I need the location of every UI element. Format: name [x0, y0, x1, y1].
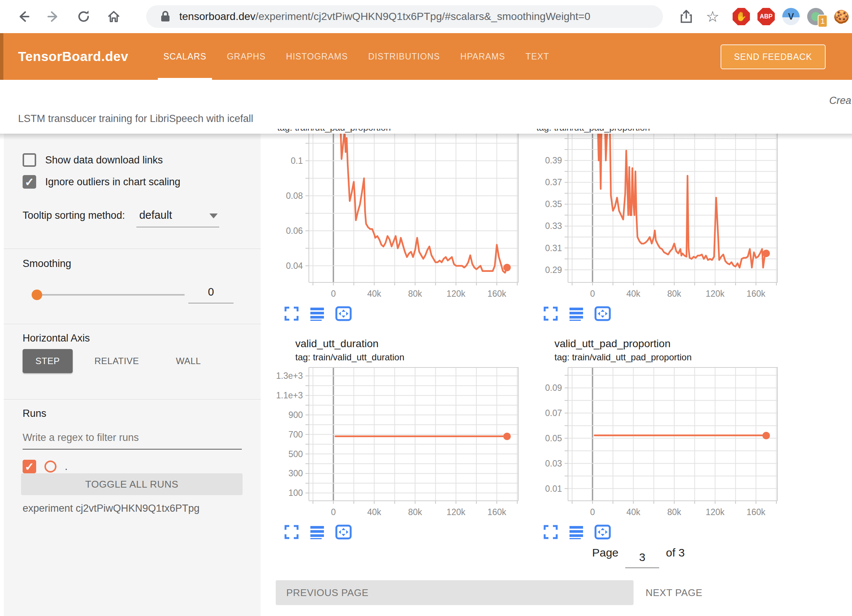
fit-domain-icon[interactable] — [594, 306, 611, 321]
svg-text:120k: 120k — [706, 507, 725, 517]
axis-wall-button[interactable]: WALL — [163, 349, 214, 373]
chart-plot[interactable]: 0.040.060.080.1040k80k120k160k — [261, 134, 520, 302]
tab-hparams[interactable]: HPARAMS — [450, 33, 515, 80]
svg-text:40k: 40k — [626, 289, 641, 299]
send-feedback-button[interactable]: SEND FEEDBACK — [721, 44, 826, 69]
run-color-swatch[interactable] — [44, 460, 56, 473]
toggle-all-runs-button[interactable]: TOGGLE ALL RUNS — [21, 473, 243, 495]
tooltip-sorting-label: Tooltip sorting method: — [23, 210, 125, 221]
runs-filter-input[interactable]: Write a regex to filter runs — [23, 432, 242, 450]
ignore-outliers-checkbox[interactable]: ✓ — [23, 175, 36, 189]
svg-text:40k: 40k — [367, 289, 382, 299]
svg-text:80k: 80k — [408, 289, 423, 299]
tab-histograms[interactable]: HISTOGRAMS — [276, 33, 358, 80]
svg-text:0.04: 0.04 — [286, 261, 303, 271]
chevron-down-icon — [209, 213, 218, 218]
chart-tag: tag: train/valid_utt_duration — [295, 352, 520, 363]
divider — [4, 249, 261, 249]
home-icon[interactable] — [104, 7, 124, 26]
svg-text:160k: 160k — [747, 507, 765, 517]
svg-text:100: 100 — [289, 488, 303, 498]
svg-text:160k: 160k — [487, 289, 506, 299]
y-axis-toggle-icon[interactable] — [310, 306, 325, 321]
show-download-links-label: Show data download links — [45, 154, 163, 166]
fit-domain-icon[interactable] — [335, 525, 352, 540]
svg-text:0.01: 0.01 — [545, 484, 562, 494]
svg-text:120k: 120k — [447, 507, 466, 517]
fit-domain-icon[interactable] — [335, 306, 352, 321]
lock-icon — [160, 10, 171, 23]
tab-graphs[interactable]: GRAPHS — [217, 33, 276, 80]
show-download-links-row[interactable]: Show data download links — [23, 153, 163, 167]
extension-cookie-icon[interactable]: 🍪 — [832, 8, 850, 26]
smoothing-slider-track[interactable] — [37, 294, 185, 296]
previous-page-button[interactable]: PREVIOUS PAGE — [276, 580, 634, 605]
svg-text:0.08: 0.08 — [286, 191, 303, 201]
y-axis-toggle-icon[interactable] — [310, 525, 325, 540]
svg-text:0.06: 0.06 — [286, 226, 303, 236]
address-bar[interactable]: tensorboard.dev/experiment/cj2vtPiwQHKN9… — [146, 5, 663, 28]
run-checkbox[interactable]: ✓ — [23, 460, 36, 473]
share-icon[interactable] — [676, 7, 696, 26]
svg-text:0.37: 0.37 — [545, 177, 562, 187]
bookmark-star-icon[interactable]: ☆ — [703, 7, 722, 26]
svg-text:0: 0 — [590, 507, 595, 517]
forward-icon[interactable] — [44, 7, 63, 26]
svg-text:0.31: 0.31 — [545, 243, 562, 253]
tab-scalars[interactable]: SCALARS — [153, 33, 217, 80]
svg-text:0.35: 0.35 — [545, 199, 562, 209]
page-buttons: PREVIOUS PAGE NEXT PAGE — [261, 580, 852, 607]
chart-title: valid_utt_duration — [295, 338, 520, 350]
fullscreen-icon[interactable] — [284, 525, 299, 540]
axis-relative-button[interactable]: RELATIVE — [82, 349, 152, 373]
scalar-chart-card: valid_utt_pad_proportion tag: train/vali… — [520, 332, 779, 540]
fullscreen-icon[interactable] — [543, 306, 558, 321]
tab-distributions[interactable]: DISTRIBUTIONS — [358, 33, 450, 80]
page-number-input[interactable]: 3 — [625, 549, 659, 568]
clipped-chart-tag-left: tag: train/utt_pad_proportion — [277, 129, 443, 134]
app-header: TensorBoard.dev SCALARS GRAPHS HISTOGRAM… — [0, 33, 852, 80]
reload-icon[interactable] — [74, 7, 93, 26]
y-axis-toggle-icon[interactable] — [569, 306, 584, 321]
extension-abp-icon[interactable]: ABP — [757, 8, 775, 26]
created-text-partial: Crea — [829, 95, 851, 107]
axis-step-button[interactable]: STEP — [23, 349, 73, 373]
svg-text:500: 500 — [289, 449, 303, 459]
chart-title: valid_utt_pad_proportion — [554, 338, 779, 350]
svg-text:0.03: 0.03 — [545, 459, 562, 468]
y-axis-toggle-icon[interactable] — [569, 525, 584, 540]
back-icon[interactable] — [14, 7, 33, 26]
fullscreen-icon[interactable] — [284, 306, 299, 321]
tooltip-sorting-select[interactable]: default — [136, 207, 219, 227]
fullscreen-icon[interactable] — [543, 525, 558, 540]
smoothing-value[interactable]: 0 — [188, 286, 234, 303]
chart-actions — [543, 525, 779, 540]
extension-profile-icon[interactable]: 1 — [807, 8, 825, 26]
next-page-button[interactable]: NEXT PAGE — [646, 580, 702, 605]
fit-domain-icon[interactable] — [594, 525, 611, 540]
show-download-links-checkbox[interactable] — [23, 153, 36, 167]
svg-text:0.07: 0.07 — [545, 408, 562, 418]
url-text: tensorboard.dev/experiment/cj2vtPiwQHKN9… — [179, 11, 590, 23]
svg-text:300: 300 — [289, 468, 303, 478]
extension-blocker-icon[interactable]: ✋ — [732, 8, 750, 26]
svg-text:120k: 120k — [447, 289, 466, 299]
svg-text:40k: 40k — [367, 507, 382, 517]
tab-text[interactable]: TEXT — [515, 33, 559, 80]
notification-badge: 1 — [818, 15, 828, 27]
paginator: Page 3 of 3 — [343, 546, 852, 573]
chart-plot[interactable]: 0.010.030.050.070.09040k80k120k160k — [520, 367, 779, 520]
chart-plot[interactable]: 0.290.310.330.350.370.39040k80k120k160k — [520, 134, 779, 302]
page-of-label: of 3 — [666, 546, 685, 559]
divider — [4, 324, 261, 324]
runs-label: Runs — [23, 408, 46, 419]
ignore-outliers-row[interactable]: ✓ Ignore outliers in chart scaling — [23, 175, 180, 189]
smoothing-slider-thumb[interactable] — [32, 290, 42, 300]
tensorboard-logo: TensorBoard.dev — [18, 49, 128, 64]
chart-plot[interactable]: 1003005007009001.1e+31.3e+3040k80k120k16… — [261, 367, 520, 520]
chart-actions — [284, 525, 520, 540]
svg-text:0: 0 — [590, 289, 595, 299]
svg-text:80k: 80k — [667, 507, 682, 517]
extension-v-icon[interactable]: V — [782, 8, 800, 26]
scalar-chart-card: 0.290.310.330.350.370.39040k80k120k160k — [520, 134, 779, 321]
